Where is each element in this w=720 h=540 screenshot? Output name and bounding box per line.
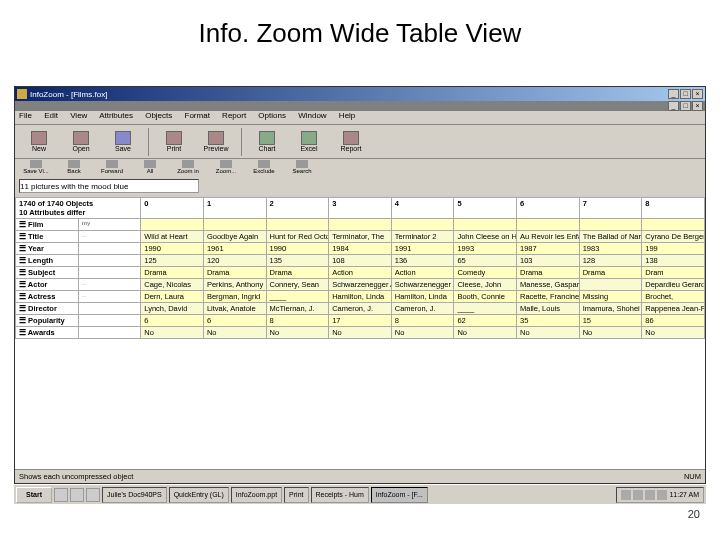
- minimize-button[interactable]: _: [668, 89, 679, 99]
- forward-button[interactable]: Forward: [95, 160, 129, 176]
- data-cell[interactable]: [642, 219, 705, 231]
- data-cell[interactable]: 6: [203, 315, 266, 327]
- data-cell[interactable]: No: [642, 327, 705, 339]
- data-cell[interactable]: John Cleese on How to Irritate People: [454, 231, 517, 243]
- data-cell[interactable]: [579, 219, 642, 231]
- data-cell[interactable]: [203, 219, 266, 231]
- menu-help[interactable]: Help: [339, 111, 355, 120]
- data-cell[interactable]: ____: [454, 303, 517, 315]
- saveview-button[interactable]: Save Vi...: [19, 160, 53, 176]
- data-cell[interactable]: 128: [579, 255, 642, 267]
- data-cell[interactable]: [517, 219, 580, 231]
- data-cell[interactable]: Manesse, Gaspard: [517, 279, 580, 291]
- data-cell[interactable]: McTiernan, J.: [266, 303, 329, 315]
- tray-icon[interactable]: [633, 490, 643, 500]
- col-num[interactable]: 7: [579, 198, 642, 219]
- data-cell[interactable]: Dram: [642, 267, 705, 279]
- data-cell[interactable]: [141, 219, 204, 231]
- data-cell[interactable]: Schwarzenegger A.: [391, 279, 454, 291]
- data-cell[interactable]: Racette, Francine: [517, 291, 580, 303]
- data-grid[interactable]: 1740 of 1740 Objects10 Attributes differ…: [15, 197, 705, 339]
- data-cell[interactable]: Hamilton, Linda: [329, 291, 392, 303]
- data-cell[interactable]: 1993: [454, 243, 517, 255]
- taskbar-task[interactable]: Print: [284, 487, 308, 503]
- data-cell[interactable]: Drama: [517, 267, 580, 279]
- data-cell[interactable]: Malle, Louis: [517, 303, 580, 315]
- menu-attributes[interactable]: Attributes: [99, 111, 133, 120]
- data-cell[interactable]: Drama: [203, 267, 266, 279]
- save-button[interactable]: Save: [103, 127, 143, 157]
- data-cell[interactable]: 86: [642, 315, 705, 327]
- menu-view[interactable]: View: [70, 111, 87, 120]
- col-num[interactable]: 3: [329, 198, 392, 219]
- filter-input[interactable]: [19, 179, 199, 193]
- preview-button[interactable]: Preview: [196, 127, 236, 157]
- data-cell[interactable]: Connery, Sean: [266, 279, 329, 291]
- col-num[interactable]: 0: [141, 198, 204, 219]
- data-cell[interactable]: Schwarzenegger A.: [329, 279, 392, 291]
- data-cell[interactable]: Terminator 2: [391, 231, 454, 243]
- attr-name[interactable]: ☰ Popularity: [16, 315, 79, 327]
- exclude-button[interactable]: Exclude: [247, 160, 281, 176]
- data-cell[interactable]: Lynch, David: [141, 303, 204, 315]
- all-button[interactable]: All: [133, 160, 167, 176]
- data-cell[interactable]: 1991: [391, 243, 454, 255]
- data-cell[interactable]: Imamura, Shohei: [579, 303, 642, 315]
- col-num[interactable]: 1: [203, 198, 266, 219]
- col-num[interactable]: 6: [517, 198, 580, 219]
- data-cell[interactable]: No: [266, 327, 329, 339]
- taskbar-task[interactable]: InfoZoom.ppt: [231, 487, 282, 503]
- data-cell[interactable]: 8: [391, 315, 454, 327]
- data-cell[interactable]: 6: [141, 315, 204, 327]
- data-cell[interactable]: Missing: [579, 291, 642, 303]
- data-cell[interactable]: Rappenea Jean-Pau: [642, 303, 705, 315]
- data-cell[interactable]: 120: [203, 255, 266, 267]
- data-cell[interactable]: 138: [642, 255, 705, 267]
- data-cell[interactable]: [454, 219, 517, 231]
- zoomin-button[interactable]: Zoom in: [171, 160, 205, 176]
- data-cell[interactable]: [266, 219, 329, 231]
- data-cell[interactable]: 108: [329, 255, 392, 267]
- col-num[interactable]: 5: [454, 198, 517, 219]
- attr-name[interactable]: ☰ Subject: [16, 267, 79, 279]
- col-num[interactable]: 2: [266, 198, 329, 219]
- data-cell[interactable]: Cyrano De Bergerac: [642, 231, 705, 243]
- doc-max-button[interactable]: □: [680, 101, 691, 111]
- print-button[interactable]: Print: [154, 127, 194, 157]
- col-num[interactable]: 8: [642, 198, 705, 219]
- excel-button[interactable]: Excel: [289, 127, 329, 157]
- attr-name[interactable]: ☰ Film: [16, 219, 79, 231]
- back-button[interactable]: Back: [57, 160, 91, 176]
- data-cell[interactable]: 136: [391, 255, 454, 267]
- data-cell[interactable]: No: [517, 327, 580, 339]
- doc-close-button[interactable]: ×: [692, 101, 703, 111]
- menu-file[interactable]: File: [19, 111, 32, 120]
- data-cell[interactable]: 1983: [579, 243, 642, 255]
- data-cell[interactable]: No: [141, 327, 204, 339]
- data-cell[interactable]: Action: [391, 267, 454, 279]
- data-cell[interactable]: Depardieu Gerard: [642, 279, 705, 291]
- data-cell[interactable]: Terminator, The: [329, 231, 392, 243]
- data-cell[interactable]: Au Revoir les Enfants: [517, 231, 580, 243]
- attr-name[interactable]: ☰ Title: [16, 231, 79, 243]
- attr-name[interactable]: ☰ Director: [16, 303, 79, 315]
- data-cell[interactable]: Bergman, Ingrid: [203, 291, 266, 303]
- data-cell[interactable]: 1984: [329, 243, 392, 255]
- zoomout-button[interactable]: Zoom...: [209, 160, 243, 176]
- data-cell[interactable]: Hunt for Red October, The: [266, 231, 329, 243]
- menu-edit[interactable]: Edit: [44, 111, 58, 120]
- menu-report[interactable]: Report: [222, 111, 246, 120]
- report-button[interactable]: Report: [331, 127, 371, 157]
- data-cell[interactable]: No: [203, 327, 266, 339]
- taskbar-task[interactable]: QuickEntry (GL): [169, 487, 229, 503]
- tray-icon[interactable]: [621, 490, 631, 500]
- data-cell[interactable]: Cameron, J.: [329, 303, 392, 315]
- data-cell[interactable]: Drama: [579, 267, 642, 279]
- menu-window[interactable]: Window: [298, 111, 326, 120]
- data-cell[interactable]: Dern, Laura: [141, 291, 204, 303]
- data-cell[interactable]: 1990: [141, 243, 204, 255]
- start-button[interactable]: Start: [16, 487, 52, 503]
- data-cell[interactable]: 1990: [266, 243, 329, 255]
- data-cell[interactable]: 62: [454, 315, 517, 327]
- data-cell[interactable]: Comedy: [454, 267, 517, 279]
